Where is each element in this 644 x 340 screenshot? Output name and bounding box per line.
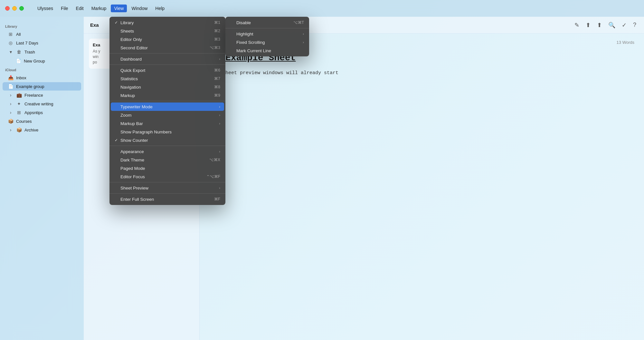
menu-item-darktheme-label: Dark Theme: [120, 158, 209, 162]
goals-button[interactable]: ✓: [620, 20, 628, 30]
separator-1: [109, 53, 225, 53]
publish-button[interactable]: ⬆: [596, 20, 603, 30]
view-menu-dropdown: ✓ Library ⌘1 Sheets ⌘2 Editor Only ⌘3 Se…: [109, 17, 225, 205]
menu-item-secondeditor-label: Second Editor: [120, 45, 210, 50]
menu-edit[interactable]: Edit: [73, 5, 87, 12]
menu-item-showcounter-label: Show Counter: [120, 138, 220, 143]
menu-item-markupbar[interactable]: Markup Bar ›: [109, 119, 225, 128]
separator-2: [109, 64, 225, 65]
menu-item-markup[interactable]: Markup ⌘9: [109, 91, 225, 100]
submenu-item-fixedscrolling[interactable]: Fixed Scrolling ›: [225, 38, 309, 46]
menu-item-secondeditor[interactable]: Second Editor ⌥⌘3: [109, 44, 225, 52]
menu-item-sheets-label: Sheets: [120, 29, 214, 34]
menu-item-sheets[interactable]: Sheets ⌘2: [109, 27, 225, 35]
menu-item-sheetpreview[interactable]: Sheet Preview ›: [109, 184, 225, 192]
menu-item-typewritermode-label: Typewriter Mode: [120, 104, 218, 109]
submenu-arrow-fixedscrolling: ›: [303, 40, 304, 44]
archive-icon: 📦: [16, 127, 22, 132]
menu-item-editorfocus[interactable]: Editor Focus ⌃⌥⌘F: [109, 172, 225, 181]
sidebar-item-examplegroup[interactable]: 📄 Example group: [3, 82, 81, 91]
menu-view[interactable]: View: [111, 5, 127, 12]
submenu-arrow-typewriter: ›: [219, 105, 220, 109]
menu-item-navigation[interactable]: Navigation ⌘8: [109, 83, 225, 91]
submenu-item-fixedscrolling-label: Fixed Scrolling: [236, 40, 301, 45]
sheet-icon: 📄: [8, 84, 14, 89]
search-button[interactable]: 🔍: [607, 20, 617, 30]
content-title: Exa: [90, 22, 99, 28]
menu-item-editoronly[interactable]: Editor Only ⌘3: [109, 35, 225, 44]
chevron-right-icon4: ›: [8, 127, 14, 132]
menu-file[interactable]: File: [58, 5, 71, 12]
clock-icon: ◎: [8, 40, 14, 45]
menu-item-pagedmode[interactable]: Paged Mode: [109, 164, 225, 172]
checkmark-library: ✓: [115, 20, 120, 25]
sidebar-item-creativewriting[interactable]: › ✦ Creative writing: [3, 100, 81, 108]
menu-item-statistics[interactable]: Statistics ⌘7: [109, 74, 225, 83]
typewriter-submenu: Disable ⌥⌘T Highlight › Fixed Scrolling …: [225, 17, 309, 56]
submenu-item-highlight[interactable]: Highlight ›: [225, 30, 309, 38]
sidebar-item-last7days[interactable]: ◎ Last 7 Days: [3, 39, 81, 47]
shortcut-library: ⌘1: [214, 20, 220, 25]
sidebar-item-courses-label: Courses: [16, 119, 32, 124]
submenu-arrow-zoom: ›: [219, 113, 220, 117]
menu-help[interactable]: Help: [152, 5, 168, 12]
menu-item-darktheme[interactable]: Dark Theme ⌥⌘X: [109, 156, 225, 164]
submenu-item-highlight-label: Highlight: [236, 32, 301, 36]
chevron-right-icon2: ›: [8, 101, 14, 106]
menu-item-typewritermode[interactable]: Typewriter Mode ›: [111, 102, 224, 111]
submenu-item-markcurrentline[interactable]: Mark Current Line: [225, 46, 309, 55]
menu-item-enterfullscreen[interactable]: Enter Full Screen ⌘F: [109, 195, 225, 203]
sidebar-item-inbox[interactable]: 📥 Inbox: [3, 73, 81, 82]
export-button[interactable]: ⬆: [584, 20, 592, 30]
word-count: 13 Words: [617, 40, 634, 45]
menu-item-library[interactable]: ✓ Library ⌘1: [109, 18, 225, 27]
sidebar-item-trash[interactable]: ▾ 🗑 Trash: [3, 48, 81, 56]
minimize-button[interactable]: [12, 6, 17, 11]
menu-item-showparagraphnumbers[interactable]: Show Paragraph Numbers: [109, 128, 225, 136]
sidebar-item-all-label: All: [16, 32, 21, 37]
menu-item-zoom-label: Zoom: [120, 113, 218, 118]
sidebar-item-courses[interactable]: 📦 Courses: [3, 117, 81, 125]
menu-item-pagedmode-label: Paged Mode: [120, 166, 220, 171]
submenu-arrow-appearance: ›: [219, 150, 220, 153]
menu-item-editorfocus-label: Editor Focus: [120, 174, 206, 179]
shortcut-markup: ⌘9: [214, 93, 220, 98]
icloud-section-label: iCloud: [0, 65, 84, 73]
shortcut-sheets: ⌘2: [214, 29, 220, 33]
menu-item-showcounter[interactable]: ✓ Show Counter: [109, 136, 225, 144]
sidebar-item-appsntips[interactable]: › ⊞ Appsntips: [3, 108, 81, 117]
submenu-arrow-markupbar: ›: [219, 121, 220, 125]
sidebar-item-newgroup[interactable]: 📄 New Group: [3, 57, 81, 65]
sidebar-item-appsntips-label: Appsntips: [24, 110, 43, 115]
sidebar-item-archive[interactable]: › 📦 Archive: [3, 126, 81, 134]
menu-markup[interactable]: Markup: [88, 5, 110, 12]
document-icon: 📄: [15, 58, 21, 63]
sidebar-item-freelance-label: Freelance: [24, 93, 43, 98]
submenu-item-disable[interactable]: Disable ⌥⌘T: [225, 18, 309, 27]
menu-window[interactable]: Window: [128, 5, 151, 12]
shortcut-editoronly: ⌘3: [214, 37, 220, 42]
menu-item-quickexport[interactable]: Quick Export ⌘6: [109, 66, 225, 74]
sidebar-item-all[interactable]: ⊞ All: [3, 30, 81, 38]
inbox-icon: 📥: [8, 75, 14, 80]
shortcut-quickexport: ⌘6: [214, 68, 220, 73]
grid-icon2: ⊞: [16, 110, 22, 115]
sidebar-item-freelance[interactable]: › 💼 Freelance: [3, 91, 81, 99]
new-sheet-button[interactable]: ✎: [573, 20, 581, 30]
shortcut-secondeditor: ⌥⌘3: [210, 45, 220, 50]
menu-item-zoom[interactable]: Zoom ›: [109, 111, 225, 119]
close-button[interactable]: [5, 6, 10, 11]
menu-item-appearance-label: Appearance: [120, 149, 218, 154]
menu-item-dashboard[interactable]: Dashboard ›: [109, 55, 225, 63]
menu-item-markup-label: Markup: [120, 93, 214, 98]
menu-bar: Ulysses File Edit Markup View Window Hel…: [34, 5, 168, 12]
menu-item-appearance[interactable]: Appearance ›: [109, 147, 225, 156]
submenu-arrow-highlight: ›: [303, 32, 304, 36]
shortcut-darktheme: ⌥⌘X: [209, 158, 220, 162]
help-button[interactable]: ?: [632, 20, 638, 30]
editor-area[interactable]: 13 Words Example Sheet heet preview wind…: [200, 34, 644, 340]
menu-ulysses[interactable]: Ulysses: [34, 5, 56, 12]
menu-item-showparagraphnumbers-label: Show Paragraph Numbers: [120, 130, 220, 134]
star-icon: ✦: [16, 101, 22, 106]
maximize-button[interactable]: [19, 6, 24, 11]
